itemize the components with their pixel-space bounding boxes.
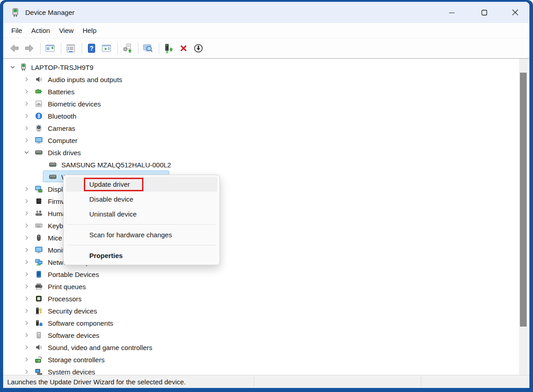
chevron-right-icon[interactable] xyxy=(24,345,29,350)
tree-item-processors[interactable]: Processors xyxy=(3,292,529,304)
device-manager-window: Device Manager FileActionViewHelp ? LAPT… xyxy=(3,2,529,388)
chevron-right-icon[interactable] xyxy=(24,369,29,374)
chevron-right-icon[interactable] xyxy=(24,101,29,106)
context-menu: Update driverDisable deviceUninstall dev… xyxy=(63,175,220,265)
chevron-right-icon[interactable] xyxy=(24,272,29,277)
action-pane-icon xyxy=(101,43,112,54)
toolbar-separator xyxy=(40,43,41,54)
toolbar-uninstall-device-button[interactable] xyxy=(177,42,190,55)
toolbar-update-driver-software-button[interactable] xyxy=(120,42,134,55)
toolbar-update-driver-button[interactable] xyxy=(162,42,175,55)
disable-icon xyxy=(193,43,204,54)
system-icon xyxy=(35,368,43,375)
chevron-right-icon[interactable] xyxy=(24,211,29,216)
tree-item-samsung-mzalq512halu-000l2[interactable]: SAMSUNG MZALQ512HALU-000L2 xyxy=(3,158,529,171)
tree-item-print-queues[interactable]: Print queues xyxy=(3,280,529,292)
menu-bar: FileActionViewHelp xyxy=(3,23,529,38)
chevron-right-icon[interactable] xyxy=(24,308,29,314)
chevron-right-icon[interactable] xyxy=(24,223,29,228)
chevron-right-icon[interactable] xyxy=(24,198,29,204)
tree-item-portable-devices[interactable]: Portable Devices xyxy=(3,268,529,280)
toolbar-separator xyxy=(82,43,82,54)
toolbar-scan-for-hardware-changes-button[interactable] xyxy=(141,42,155,55)
minimize-icon xyxy=(449,9,455,16)
toolbar-forward-button[interactable] xyxy=(23,42,36,55)
monitor-icon xyxy=(35,136,43,144)
maximize-button[interactable] xyxy=(468,2,501,23)
tree-item-audio-inputs-and-outputs[interactable]: Audio inputs and outputs xyxy=(3,73,529,85)
chevron-down-icon[interactable] xyxy=(10,65,15,70)
tree-item-biometric-devices[interactable]: Biometric devices xyxy=(3,97,529,110)
tree-item-system-devices[interactable]: System devices xyxy=(3,365,529,375)
tree-item-label: Storage controllers xyxy=(48,355,105,363)
keyboard-icon xyxy=(35,221,43,230)
tree-item-cameras[interactable]: Cameras xyxy=(3,122,529,134)
title-bar[interactable]: Device Manager xyxy=(3,2,529,23)
scrollbar-thumb[interactable] xyxy=(520,73,527,327)
chevron-right-icon[interactable] xyxy=(24,332,29,338)
vertical-scrollbar[interactable] xyxy=(519,59,528,375)
context-menu-item-scan-for-hardware-changes[interactable]: Scan for hardware changes xyxy=(66,227,217,242)
toolbar-show-console-tree-button[interactable] xyxy=(43,42,57,55)
monitor-icon xyxy=(35,246,43,254)
device-manager-icon xyxy=(10,8,20,18)
minimize-button[interactable] xyxy=(436,2,468,23)
chevron-right-icon[interactable] xyxy=(24,113,29,119)
menu-action[interactable]: Action xyxy=(27,23,55,38)
tree-item-security-devices[interactable]: Security devices xyxy=(3,304,529,317)
tree-item-software-components[interactable]: Software components xyxy=(3,317,529,329)
chevron-right-icon[interactable] xyxy=(24,320,29,326)
context-menu-item-uninstall-device[interactable]: Uninstall device xyxy=(66,207,217,221)
toolbar-disable-device-button[interactable] xyxy=(192,42,205,55)
back-icon xyxy=(9,43,20,54)
chevron-right-icon[interactable] xyxy=(24,247,29,253)
menu-file[interactable]: File xyxy=(7,23,27,38)
chevron-right-icon[interactable] xyxy=(24,125,29,131)
chevron-right-icon[interactable] xyxy=(24,77,29,82)
menu-view[interactable]: View xyxy=(55,23,78,38)
toolbar-properties-button[interactable] xyxy=(64,42,78,55)
chevron-down-icon[interactable] xyxy=(24,150,29,155)
menu-help[interactable]: Help xyxy=(78,23,101,38)
tree-item-storage-controllers[interactable]: Storage controllers xyxy=(3,353,529,365)
toolbar-separator xyxy=(159,43,159,54)
chevron-right-icon[interactable] xyxy=(24,89,29,94)
tree-item-label: Sound, video and game controllers xyxy=(48,343,152,351)
tree-item-batteries[interactable]: Batteries xyxy=(3,85,529,97)
chevron-right-icon[interactable] xyxy=(24,284,29,289)
tree-item-label: Disk drives xyxy=(48,148,81,156)
forward-icon xyxy=(24,43,35,54)
printer-icon xyxy=(35,282,43,291)
tree-item-label: Processors xyxy=(48,295,82,302)
tree-item-disk-drives[interactable]: Disk drives xyxy=(3,146,529,158)
close-button[interactable] xyxy=(501,2,529,23)
help-icon: ? xyxy=(86,43,97,54)
toolbar-help-button[interactable]: ? xyxy=(85,42,98,55)
chevron-right-icon[interactable] xyxy=(24,357,29,362)
tree-item-label: Security devices xyxy=(48,307,97,314)
svg-text:?: ? xyxy=(90,45,94,52)
status-text: Launches the Update Driver Wizard for th… xyxy=(7,378,186,386)
chevron-right-icon[interactable] xyxy=(24,235,29,240)
toolbar-back-button[interactable] xyxy=(8,42,21,55)
tree-item-label: System devices xyxy=(48,368,95,375)
tree-item-sound-video-and-game-controllers[interactable]: Sound, video and game controllers xyxy=(3,341,529,353)
tree-item-laptop-trsjh9t9[interactable]: LAPTOP-TRSJH9T9 xyxy=(3,61,529,73)
context-menu-item-properties[interactable]: Properties xyxy=(66,248,217,263)
chevron-right-icon[interactable] xyxy=(24,138,29,143)
scan-hardware-icon xyxy=(142,43,153,54)
chevron-right-icon[interactable] xyxy=(24,186,29,192)
software-device-icon xyxy=(35,331,43,339)
tree-item-software-devices[interactable]: Software devices xyxy=(3,329,529,341)
tree-item-label: Batteries xyxy=(48,88,74,95)
bluetooth-icon xyxy=(35,112,43,120)
toolbar-show-action-pane-button[interactable] xyxy=(100,42,113,55)
chevron-right-icon[interactable] xyxy=(24,296,29,301)
speaker-icon xyxy=(35,75,43,83)
chevron-right-icon[interactable] xyxy=(24,259,29,265)
disk-icon xyxy=(49,161,57,169)
tree-item-computer[interactable]: Computer xyxy=(3,134,529,146)
context-menu-item-disable-device[interactable]: Disable device xyxy=(66,192,217,207)
storage-icon xyxy=(35,355,43,364)
tree-item-bluetooth[interactable]: Bluetooth xyxy=(3,110,529,122)
